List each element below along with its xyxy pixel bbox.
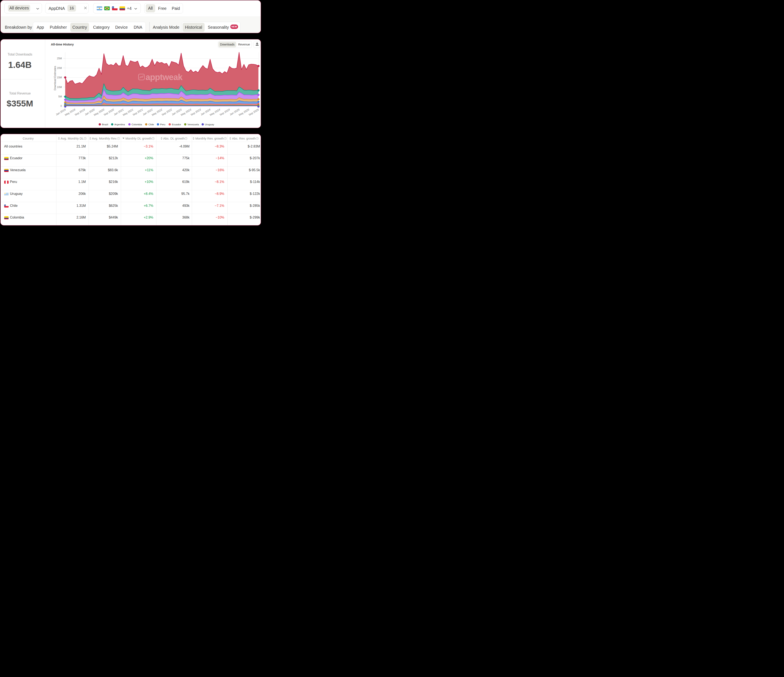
svg-text:apptweak: apptweak	[146, 72, 183, 81]
svg-text:10M: 10M	[57, 86, 62, 89]
svg-text:Argentina: Argentina	[114, 123, 125, 126]
svg-text:25M: 25M	[57, 57, 62, 60]
svg-text:Ecuador: Ecuador	[172, 123, 181, 126]
svg-text:Sep 2021: Sep 2021	[132, 108, 143, 116]
svg-text:Sep 2024: Sep 2024	[219, 108, 230, 116]
svg-text:?: ?	[152, 137, 154, 140]
svg-text:May 2023: May 2023	[180, 108, 191, 117]
svg-text:May 2020: May 2020	[93, 108, 105, 117]
svg-text:0: 0	[60, 105, 62, 108]
svg-text:Jan 2024: Jan 2024	[200, 108, 211, 116]
svg-text:Peru: Peru	[160, 123, 165, 126]
svg-text:?: ?	[85, 137, 86, 140]
svg-text:20M: 20M	[57, 66, 62, 69]
svg-text:May 2021: May 2021	[122, 108, 134, 117]
svg-text:Sep 2019: Sep 2019	[74, 108, 86, 116]
svg-text:Chile: Chile	[148, 123, 154, 126]
svg-text:Venezuela: Venezuela	[187, 123, 199, 126]
svg-text:Brazil: Brazil	[102, 123, 108, 126]
svg-text:Jan 2021: Jan 2021	[113, 108, 124, 116]
svg-text:May 2019: May 2019	[64, 108, 76, 117]
svg-text:Jan 2025: Jan 2025	[229, 108, 240, 116]
svg-text:Sep 2023: Sep 2023	[190, 108, 201, 116]
svg-text:May 2025: May 2025	[238, 108, 250, 117]
svg-text:Uruguay: Uruguay	[205, 123, 214, 126]
svg-text:Jan 2023: Jan 2023	[171, 108, 182, 116]
svg-text:?: ?	[185, 137, 187, 140]
svg-text:Colombia: Colombia	[132, 123, 142, 126]
svg-text:Jan 2022: Jan 2022	[142, 108, 153, 116]
svg-text:Sep 2020: Sep 2020	[103, 108, 114, 116]
svg-text:May 2024: May 2024	[209, 108, 221, 117]
svg-text:Jan 2019: Jan 2019	[55, 108, 66, 116]
svg-text:15M: 15M	[57, 76, 62, 79]
svg-text:?: ?	[225, 137, 226, 140]
svg-text:5M: 5M	[58, 95, 62, 98]
svg-text:May 2022: May 2022	[151, 108, 163, 117]
svg-text:Sep 2022: Sep 2022	[161, 108, 172, 116]
svg-text:Sep 2025: Sep 2025	[248, 108, 259, 116]
svg-text:Jan 2020: Jan 2020	[84, 108, 95, 116]
svg-text:?: ?	[118, 137, 119, 140]
svg-text:?: ?	[257, 137, 258, 140]
